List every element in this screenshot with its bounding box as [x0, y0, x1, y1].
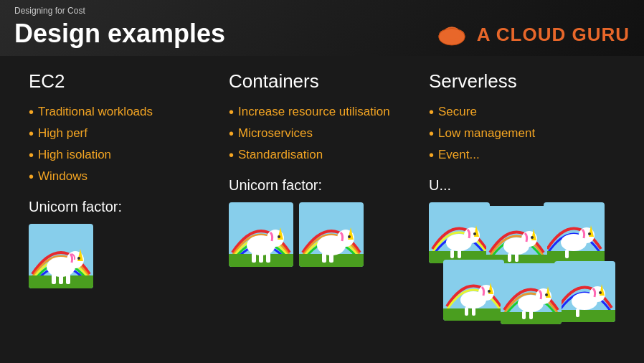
list-item: Secure	[429, 104, 615, 120]
svg-rect-13	[66, 274, 70, 284]
serverless-unicorn-images	[429, 202, 615, 331]
serverless-title: Serverless	[429, 70, 615, 93]
svg-rect-61	[472, 307, 475, 316]
svg-rect-69	[529, 311, 533, 319]
svg-rect-37	[450, 250, 454, 258]
svg-rect-71	[554, 310, 615, 322]
unicorn-image	[501, 263, 562, 324]
ec2-bullet-list: Traditional workloads High perf High iso…	[29, 104, 214, 184]
page-title: Design examples	[14, 19, 225, 49]
list-item: Standardisation	[229, 147, 415, 163]
serverless-column: Serverless Secure Low management Event..…	[422, 70, 622, 349]
svg-rect-20	[252, 253, 256, 263]
serverless-unicorn-label: U...	[429, 177, 615, 194]
svg-point-10	[77, 257, 80, 260]
cloud-icon	[434, 20, 470, 49]
containers-bullet-list: Increase resource utilisation Microservi…	[229, 104, 415, 163]
subtitle: Designing for Cost	[14, 6, 225, 16]
svg-point-67	[545, 293, 548, 296]
unicorn-image	[554, 261, 615, 322]
svg-point-52	[588, 232, 591, 235]
list-item: High perf	[29, 126, 214, 141]
logo-text: A CLOUD GURU	[477, 24, 630, 46]
unicorn-image	[429, 202, 490, 263]
ec2-column: EC2 Traditional workloads High perf High…	[22, 70, 222, 349]
svg-point-75	[599, 291, 602, 294]
list-item: High isolation	[29, 147, 214, 163]
list-item: Event...	[429, 147, 615, 163]
containers-unicorn-images	[229, 202, 415, 267]
main-content: EC2 Traditional workloads High perf High…	[0, 56, 644, 363]
svg-point-36	[473, 232, 476, 235]
svg-rect-29	[322, 253, 326, 263]
containers-title: Containers	[229, 70, 415, 93]
svg-rect-30	[329, 253, 333, 263]
unicorn-image	[443, 260, 504, 321]
svg-rect-68	[522, 311, 526, 319]
unicorn-image	[544, 202, 605, 263]
unicorn-image	[486, 206, 547, 267]
svg-point-44	[531, 236, 534, 239]
svg-rect-12	[59, 274, 63, 284]
svg-rect-60	[465, 307, 468, 316]
svg-rect-21	[259, 253, 263, 263]
unicorn-image	[29, 224, 93, 288]
svg-rect-22	[266, 253, 270, 263]
svg-rect-11	[52, 274, 56, 284]
containers-column: Containers Increase resource utilisation…	[222, 70, 422, 349]
list-item: Windows	[29, 169, 214, 184]
unicorn-image	[299, 202, 364, 267]
svg-point-28	[348, 235, 351, 238]
svg-rect-76	[576, 308, 579, 317]
svg-rect-46	[515, 253, 518, 262]
svg-point-59	[488, 290, 491, 293]
list-item: Microservices	[229, 126, 415, 141]
list-item: Increase resource utilisation	[229, 104, 415, 120]
serverless-bullet-list: Secure Low management Event...	[429, 104, 615, 163]
svg-point-19	[278, 235, 280, 238]
list-item: Low management	[429, 126, 615, 141]
list-item: Traditional workloads	[29, 104, 214, 120]
unicorn-image	[229, 202, 293, 267]
header-left: Designing for Cost Design examples	[14, 6, 225, 49]
containers-unicorn-label: Unicorn factor:	[229, 177, 415, 194]
svg-rect-38	[458, 250, 461, 258]
header: Designing for Cost Design examples A CLO…	[0, 0, 644, 56]
ec2-unicorn-label: Unicorn factor:	[29, 199, 214, 215]
svg-rect-45	[508, 253, 511, 262]
ec2-title: EC2	[29, 70, 214, 93]
ec2-unicorn-images	[29, 224, 214, 288]
logo-area: A CLOUD GURU	[434, 20, 630, 49]
svg-rect-53	[565, 250, 569, 258]
